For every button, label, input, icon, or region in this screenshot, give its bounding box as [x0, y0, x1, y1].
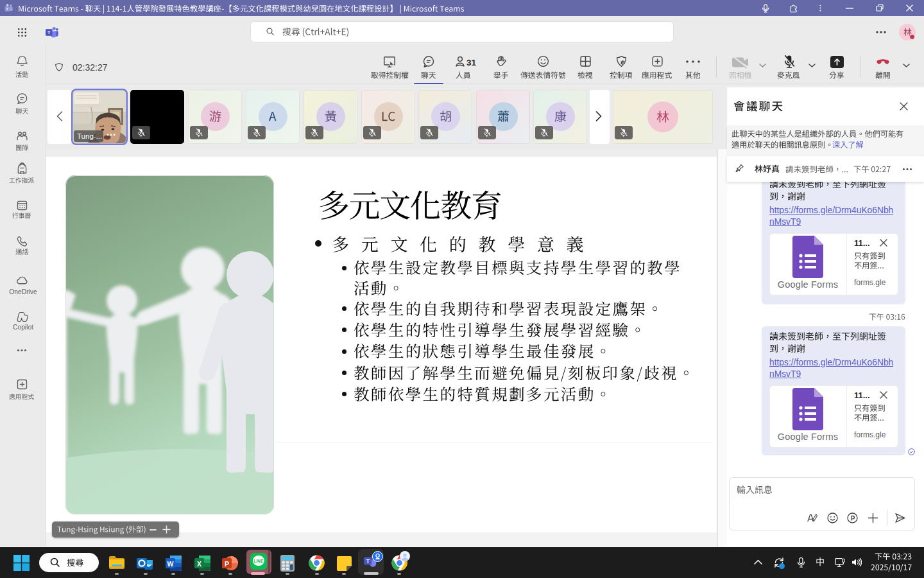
svg-text:T: T — [47, 30, 51, 35]
svg-text:T: T — [366, 558, 370, 565]
svg-text:X: X — [197, 560, 201, 568]
svg-text:W: W — [167, 560, 174, 568]
svg-text:P: P — [225, 560, 229, 568]
svg-text:LINE: LINE — [254, 559, 264, 563]
